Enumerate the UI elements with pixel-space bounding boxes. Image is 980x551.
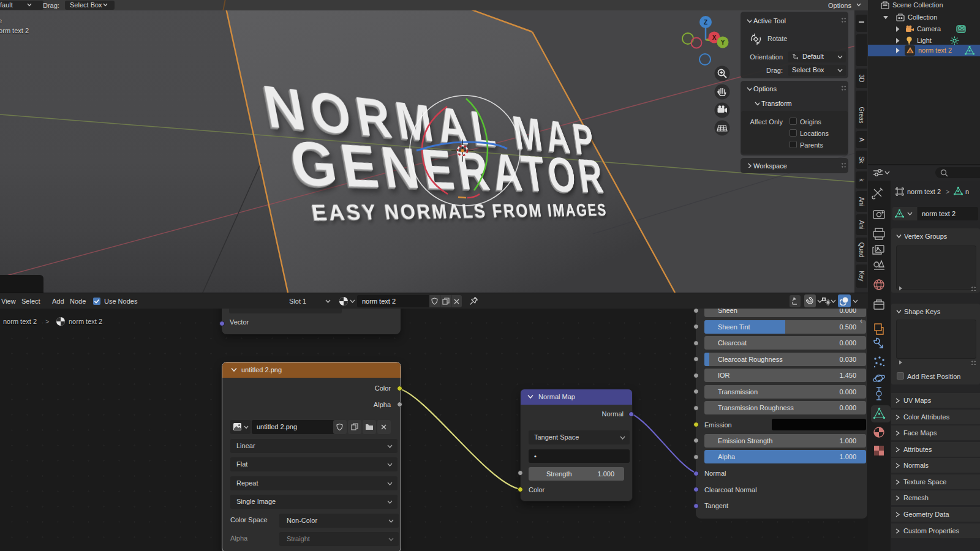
svg-text:Z: Z	[704, 19, 707, 26]
svg-text:X: X	[712, 34, 717, 41]
svg-text:Y: Y	[721, 39, 725, 46]
